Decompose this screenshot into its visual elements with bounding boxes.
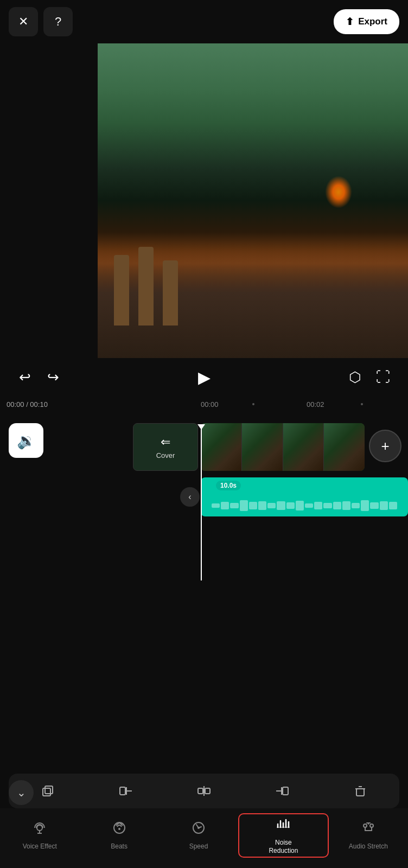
- playback-controls: ↩ ↪ ▶ ⬡ ⛶: [0, 358, 408, 396]
- nav-item-speed[interactable]: Speed: [159, 820, 238, 850]
- ctrl-group-left: ↩ ↪: [13, 365, 65, 389]
- bottom-nav: Voice Effect Beats Speed: [0, 808, 408, 868]
- export-label: Export: [358, 16, 387, 27]
- voice-effect-icon: [32, 820, 47, 839]
- collapse-audio-button[interactable]: ‹: [180, 487, 200, 507]
- chevron-down-icon: ⌄: [17, 786, 26, 799]
- wave-bar: [333, 502, 341, 509]
- audio-duration-badge: 10.0s: [216, 481, 241, 490]
- top-bar-left-buttons: ✕ ?: [9, 7, 73, 36]
- export-button[interactable]: ⬆ Export: [334, 9, 399, 34]
- noise-reduction-icon: [276, 816, 291, 835]
- svg-point-14: [37, 825, 42, 831]
- audio-waveform: [212, 499, 397, 512]
- close-button[interactable]: ✕: [9, 7, 38, 36]
- audio-track[interactable]: ‹ 10.0s: [190, 477, 408, 516]
- export-icon: ⬆: [346, 16, 354, 28]
- wave-bar: [370, 502, 378, 509]
- svg-rect-11: [356, 789, 364, 796]
- wave-bar: [240, 500, 248, 510]
- track-container: 🔉 ⇐ Cover + ‹ 10.0s: [0, 412, 408, 580]
- wave-bar: [212, 503, 220, 507]
- wave-bar: [361, 500, 369, 510]
- time-display: 00:00 / 00:10: [7, 400, 48, 409]
- video-clip-thumb-1: [201, 423, 242, 471]
- ctrl-group-right: ⬡ ⛶: [343, 365, 395, 389]
- fence-post: [163, 260, 178, 326]
- delete-action[interactable]: [321, 774, 399, 808]
- speed-icon: [191, 820, 206, 839]
- speed-label: Speed: [189, 843, 208, 850]
- wave-bar: [258, 501, 266, 510]
- wave-bar: [323, 503, 331, 509]
- help-button[interactable]: ?: [43, 7, 73, 36]
- video-clip-thumb-2: [242, 423, 283, 471]
- beats-icon: [112, 820, 127, 839]
- voice-effect-label: Voice Effect: [23, 843, 57, 850]
- play-button[interactable]: ▶: [192, 365, 216, 389]
- wave-bar: [221, 502, 229, 509]
- beats-label: Beats: [111, 843, 127, 850]
- wave-bar: [352, 503, 360, 508]
- fence-area: [98, 250, 408, 358]
- undo-button[interactable]: ↩: [13, 365, 37, 389]
- time-dot-3s: [361, 403, 363, 405]
- redo-button[interactable]: ↪: [41, 365, 65, 389]
- trim-end-action[interactable]: [243, 774, 321, 808]
- cover-clip-label: Cover: [156, 451, 175, 459]
- nav-item-voice-effect[interactable]: Voice Effect: [0, 820, 79, 850]
- wave-bar: [342, 501, 350, 510]
- time-label-2s: 00:02: [307, 400, 324, 409]
- playhead-triangle: [197, 424, 205, 430]
- keyframe-button[interactable]: ⬡: [343, 365, 367, 389]
- svg-rect-8: [283, 787, 288, 795]
- add-clip-button[interactable]: +: [369, 430, 401, 462]
- wave-bar: [286, 502, 295, 509]
- chevron-down-button[interactable]: ⌄: [9, 780, 34, 805]
- fullscreen-button[interactable]: ⛶: [371, 365, 395, 389]
- video-clip-thumb-4: [324, 423, 365, 471]
- video-frame: [98, 43, 408, 358]
- nav-item-noise-reduction[interactable]: NoiseReduction: [238, 813, 328, 858]
- wave-bar: [230, 503, 238, 509]
- svg-point-19: [197, 827, 200, 829]
- wave-bar: [277, 501, 285, 510]
- fence-post: [114, 255, 129, 326]
- nav-item-beats[interactable]: Beats: [79, 820, 158, 850]
- timeline-area: 00:00 / 00:10 00:00 00:02 🔉 ⇐ Cover +: [0, 396, 408, 580]
- nav-item-audio-stretch[interactable]: Audio Stretch: [329, 820, 408, 850]
- wave-bar: [305, 503, 313, 508]
- video-preview: [98, 43, 408, 358]
- wave-bar: [389, 502, 397, 509]
- svg-rect-7: [205, 788, 210, 794]
- wave-bar: [380, 501, 388, 510]
- audio-stretch-icon: [361, 820, 376, 839]
- cover-clip[interactable]: ⇐ Cover: [133, 423, 198, 471]
- top-bar: ✕ ? ⬆ Export: [0, 0, 408, 43]
- timeline-ruler: 00:00 / 00:10 00:00 00:02: [0, 396, 408, 412]
- svg-rect-1: [45, 786, 53, 794]
- video-clips-strip[interactable]: [201, 423, 365, 471]
- svg-rect-2: [120, 787, 125, 795]
- time-label-0: 00:00: [201, 400, 219, 409]
- split-action[interactable]: [165, 774, 243, 808]
- time-dot-1: [252, 403, 254, 405]
- left-panel: [0, 43, 98, 358]
- wave-bar: [267, 503, 276, 508]
- wave-bar: [296, 501, 304, 510]
- svg-rect-6: [198, 788, 203, 794]
- svg-point-17: [118, 828, 120, 830]
- audio-stretch-label: Audio Stretch: [349, 843, 388, 850]
- video-clip-thumb-3: [283, 423, 324, 471]
- volume-track-icon[interactable]: 🔉: [9, 423, 43, 458]
- svg-rect-0: [43, 788, 50, 796]
- playhead: [201, 429, 202, 580]
- wave-bar: [249, 502, 257, 509]
- noise-reduction-label: NoiseReduction: [269, 839, 298, 854]
- wave-bar: [314, 502, 322, 509]
- lantern-glow: [325, 176, 352, 208]
- trim-start-action[interactable]: [87, 774, 165, 808]
- fence-post: [138, 247, 154, 326]
- bottom-toolbar: [9, 774, 399, 808]
- cover-clip-icon: ⇐: [161, 435, 170, 449]
